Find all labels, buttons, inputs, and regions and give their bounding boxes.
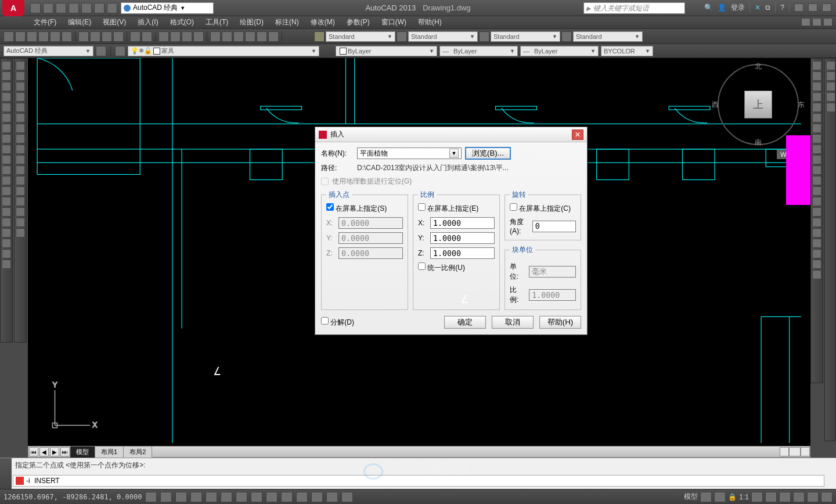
dim-aligned-icon[interactable] [812, 71, 821, 81]
layermgr-icon[interactable] [115, 46, 125, 56]
rotate-icon[interactable] [16, 124, 25, 133]
blend-icon[interactable] [16, 218, 25, 227]
dim-quick-icon[interactable] [812, 145, 821, 154]
annoscale-icon[interactable]: 🔒 [728, 493, 737, 501]
paste-icon[interactable] [102, 31, 112, 42]
linetype-dropdown[interactable]: —ByLayer▼ [439, 46, 518, 56]
orbit-icon[interactable] [826, 92, 835, 102]
browse-button[interactable]: 浏览(B)... [465, 147, 511, 160]
mleaderstyle-dropdown[interactable]: Standard▼ [573, 31, 643, 42]
osnap-icon[interactable] [206, 492, 217, 502]
fillet-icon[interactable] [16, 207, 25, 217]
hscroll-right-icon[interactable] [801, 447, 810, 456]
plotstyle-dropdown[interactable]: BYCOLOR▼ [601, 46, 653, 56]
join-icon[interactable] [16, 186, 25, 196]
tablestyle-icon[interactable] [479, 31, 489, 42]
designcenter-icon[interactable] [222, 31, 232, 42]
minimize-button[interactable] [794, 3, 803, 12]
binoculars-icon[interactable]: 🔍 [704, 3, 713, 12]
redo-icon[interactable] [142, 31, 152, 42]
help-button[interactable]: 帮助(H) [539, 316, 581, 329]
tab-first-icon[interactable]: ⏮ [29, 447, 38, 456]
doc-close-button[interactable] [823, 18, 833, 26]
viewcube-north[interactable]: 北 [755, 62, 762, 71]
chamfer-icon[interactable] [16, 197, 25, 206]
qat-open-icon[interactable] [43, 3, 53, 13]
gradient-icon[interactable] [2, 218, 11, 227]
makeblock-icon[interactable] [2, 186, 11, 196]
view-cube[interactable]: 上 北 南 西 东 [718, 64, 799, 145]
revcloud-icon[interactable] [2, 134, 11, 143]
region-icon[interactable] [2, 228, 11, 237]
textstyle-icon[interactable] [314, 31, 325, 42]
workspace-dropdown[interactable]: AutoCAD 经典 ▼ [121, 2, 214, 14]
viewcube-west[interactable]: 西 [712, 100, 719, 110]
quickview-drawings-icon[interactable] [714, 492, 726, 502]
menu-edit[interactable]: 编辑(E) [62, 17, 97, 27]
properties-icon[interactable] [210, 31, 221, 42]
qat-undo-icon[interactable] [94, 3, 105, 13]
menu-view[interactable]: 视图(V) [97, 17, 132, 27]
textstyle-dropdown[interactable]: Standard▼ [326, 31, 395, 42]
ellipse-icon[interactable] [2, 155, 11, 164]
toolbar-lock-icon[interactable] [779, 492, 791, 502]
pan-nav-icon[interactable] [826, 71, 835, 81]
dimedit-icon[interactable] [812, 239, 821, 248]
qat-saveas-icon[interactable] [69, 3, 79, 13]
hscroll-track[interactable] [789, 447, 801, 456]
dim-angular-icon[interactable] [812, 134, 821, 143]
tab-last-icon[interactable]: ⏭ [60, 447, 70, 456]
sc-icon[interactable] [326, 492, 338, 502]
markup-icon[interactable] [257, 31, 267, 42]
tpy-icon[interactable] [296, 492, 308, 502]
dim-radius-icon[interactable] [812, 103, 821, 112]
move-icon[interactable] [16, 113, 25, 123]
hardware-accel-icon[interactable] [793, 492, 805, 502]
help-icon[interactable]: ? [780, 3, 784, 12]
onscreen-scale-checkbox[interactable]: 在屏幕上指定(E) [418, 204, 478, 213]
qp-icon[interactable] [311, 492, 323, 502]
inspect-icon[interactable] [812, 218, 821, 227]
polygon-icon[interactable] [2, 92, 11, 102]
print-icon[interactable] [38, 31, 49, 42]
zoom-extents-icon[interactable] [826, 82, 835, 91]
cancel-button[interactable]: 取消 [492, 316, 534, 329]
qat-redo-icon[interactable] [107, 3, 117, 13]
insertblock-icon[interactable] [2, 176, 11, 185]
am-icon[interactable] [341, 492, 353, 502]
showmotion-icon[interactable] [826, 103, 835, 112]
cut-icon[interactable] [78, 31, 89, 42]
dim-diameter-icon[interactable] [812, 124, 821, 133]
dimstylemgr-icon[interactable] [812, 270, 821, 279]
matchprop-icon[interactable] [113, 31, 124, 42]
dim-jogged-icon[interactable] [812, 113, 821, 123]
model-space-button[interactable]: 模型 [684, 492, 698, 502]
stayconnected-icon[interactable]: ⧉ [765, 3, 770, 12]
break-icon[interactable] [16, 176, 25, 185]
doc-minimize-button[interactable] [801, 18, 810, 26]
menu-file[interactable]: 文件(F) [28, 17, 62, 27]
cmd-grip[interactable] [0, 458, 12, 489]
maximize-button[interactable] [808, 3, 817, 12]
new-icon[interactable] [3, 31, 14, 42]
dimtedit-icon[interactable] [812, 249, 821, 258]
grid-icon[interactable] [160, 492, 172, 502]
tolerance-icon[interactable] [812, 197, 821, 206]
open-icon[interactable] [15, 31, 26, 42]
array-icon[interactable] [16, 103, 25, 112]
quickcalc-icon[interactable] [268, 31, 279, 42]
hatch-icon[interactable] [2, 207, 11, 217]
rectangle-icon[interactable] [2, 103, 11, 112]
menu-dimension[interactable]: 标注(N) [269, 17, 305, 27]
menu-modify[interactable]: 修改(M) [305, 17, 341, 27]
menu-parametric[interactable]: 参数(P) [341, 17, 376, 27]
menu-format[interactable]: 格式(O) [164, 17, 200, 27]
tab-next-icon[interactable]: ▶ [50, 447, 59, 456]
tab-layout1[interactable]: 布局1 [95, 447, 124, 458]
offset-icon[interactable] [16, 92, 25, 102]
undo-icon[interactable] [130, 31, 140, 42]
menu-window[interactable]: 窗口(W) [376, 17, 412, 27]
annotation-scale[interactable]: 1:1 [739, 493, 749, 501]
qat-new-icon[interactable] [30, 3, 41, 13]
tab-prev-icon[interactable]: ◀ [39, 447, 49, 456]
